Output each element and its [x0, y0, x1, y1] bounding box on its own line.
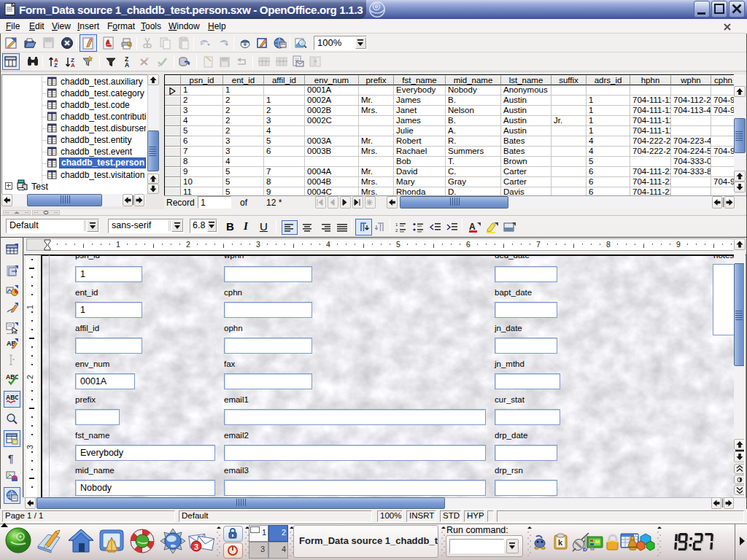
svg-text:ABC: ABC: [6, 373, 18, 381]
svg-text:Z: Z: [54, 62, 58, 68]
svg-text:¶: ¶: [8, 453, 14, 464]
svg-text:1: 1: [395, 222, 398, 227]
svg-text:A: A: [71, 62, 75, 68]
svg-text:A: A: [469, 222, 476, 232]
svg-text:A: A: [125, 61, 129, 68]
svg-text:ABC: ABC: [6, 394, 18, 401]
svg-text:2: 2: [395, 228, 398, 233]
svg-text:3: 3: [194, 542, 198, 551]
svg-text:k: k: [558, 538, 563, 547]
